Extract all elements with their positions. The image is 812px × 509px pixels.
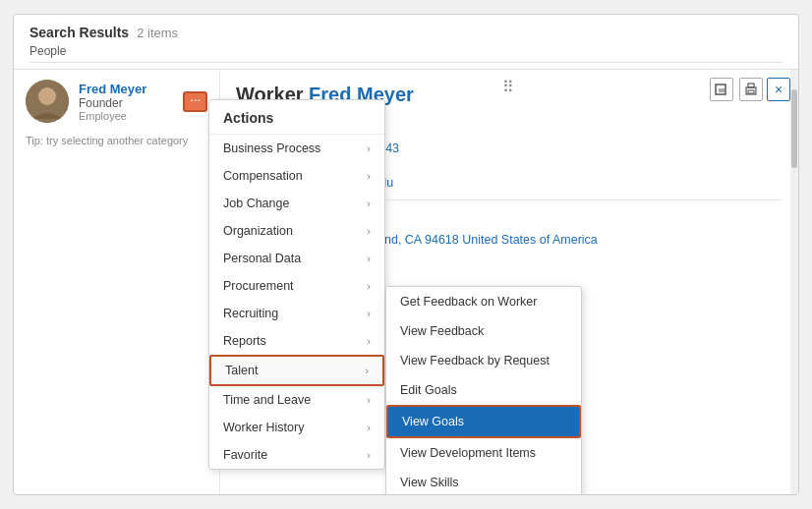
chevron-icon: ›	[367, 422, 371, 433]
chevron-icon: ›	[367, 449, 371, 461]
action-item-business-process[interactable]: Business Process ›	[209, 135, 384, 162]
submenu-edit-goals[interactable]: Edit Goals	[386, 375, 581, 405]
chevron-icon: ›	[367, 335, 371, 347]
scrollbar-thumb[interactable]	[791, 89, 797, 168]
panel-icons	[710, 78, 763, 101]
employee-name[interactable]: Fred Meyer	[79, 82, 173, 96]
submenu-view-development[interactable]: View Development Items	[386, 438, 581, 468]
svg-point-1	[38, 87, 56, 105]
talent-submenu: Get Feedback on Worker View Feedback Vie…	[385, 286, 582, 494]
action-item-organization[interactable]: Organization ›	[209, 217, 384, 245]
chevron-icon: ›	[367, 394, 371, 406]
actions-dropdown: Actions Business Process › Compensation …	[208, 99, 385, 470]
content-area: Fred Meyer Founder Employee ⋯ Tip: try s…	[14, 70, 798, 494]
employee-type: Employee	[79, 110, 173, 122]
action-item-favorite[interactable]: Favorite ›	[209, 441, 384, 469]
action-item-compensation[interactable]: Compensation ›	[209, 162, 384, 190]
actions-header: Actions	[209, 100, 384, 135]
action-item-reports[interactable]: Reports ›	[209, 327, 384, 355]
items-count: 2 items	[137, 26, 178, 40]
chevron-icon: ›	[365, 365, 369, 376]
action-item-procurement[interactable]: Procurement ›	[209, 272, 384, 300]
print-icon[interactable]	[739, 78, 763, 101]
action-item-time-leave[interactable]: Time and Leave ›	[209, 386, 384, 414]
chevron-icon: ›	[367, 198, 371, 209]
chevron-icon: ›	[367, 280, 371, 292]
top-bar: Search Results 2 items People	[14, 15, 798, 70]
submenu-view-skills[interactable]: View Skills	[386, 468, 581, 494]
action-item-worker-history[interactable]: Worker History ›	[209, 414, 384, 441]
submenu-view-feedback-request[interactable]: View Feedback by Request	[386, 346, 581, 375]
chevron-icon: ›	[367, 308, 371, 319]
avatar	[26, 80, 69, 123]
section-label: People	[29, 44, 783, 58]
chevron-icon: ›	[367, 225, 371, 237]
svg-rect-6	[748, 84, 754, 87]
action-item-job-change[interactable]: Job Change ›	[209, 190, 384, 217]
search-results-title: Search Results	[29, 25, 129, 40]
export-icon[interactable]	[710, 78, 733, 101]
search-results-header: Search Results 2 items	[29, 25, 783, 40]
dots-grid-icon: ⠿	[502, 78, 517, 96]
employee-card: Fred Meyer Founder Employee ⋯	[26, 80, 207, 123]
chevron-icon: ›	[367, 170, 371, 182]
action-item-personal-data[interactable]: Personal Data ›	[209, 245, 384, 272]
svg-rect-7	[748, 90, 754, 93]
chevron-icon: ›	[367, 253, 371, 264]
action-item-recruiting[interactable]: Recruiting ›	[209, 300, 384, 327]
panel-close-button[interactable]: ×	[767, 78, 790, 101]
employee-title: Founder	[79, 96, 173, 110]
left-panel: Fred Meyer Founder Employee ⋯ Tip: try s…	[14, 70, 220, 494]
submenu-get-feedback[interactable]: Get Feedback on Worker	[386, 287, 581, 316]
actions-badge[interactable]: ⋯	[183, 91, 207, 112]
submenu-view-goals[interactable]: View Goals	[386, 405, 581, 438]
submenu-view-feedback[interactable]: View Feedback	[386, 316, 581, 346]
scrollbar-track[interactable]	[790, 70, 798, 494]
main-window: Search Results 2 items People	[13, 14, 799, 495]
employee-info: Fred Meyer Founder Employee	[79, 82, 173, 122]
chevron-icon: ›	[367, 142, 371, 154]
tip-text: Tip: try selecting another category	[26, 135, 207, 146]
action-item-talent[interactable]: Talent ›	[209, 355, 384, 386]
